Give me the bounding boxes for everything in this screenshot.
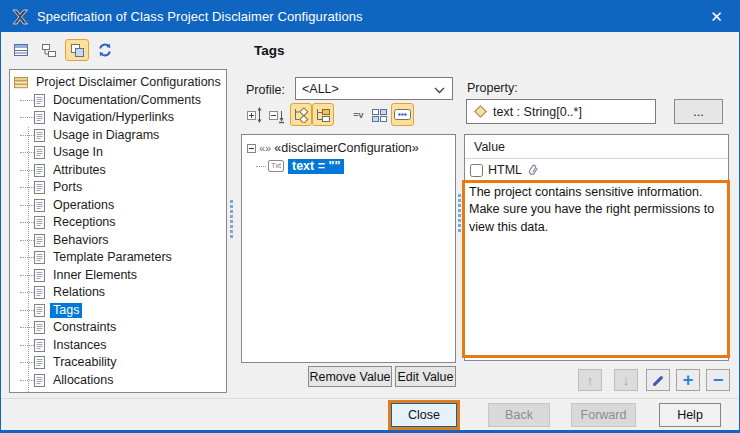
standard-mode-icon[interactable]	[65, 39, 89, 61]
html-label: HTML	[488, 163, 522, 177]
tree-item-constraints[interactable]: Constraints	[10, 319, 226, 337]
tree-item-label: Tags	[50, 303, 82, 318]
tree-item-label: Template Parameters	[50, 250, 175, 265]
containment-tree-icon[interactable]	[37, 39, 61, 61]
move-down-button: ↓	[614, 369, 638, 391]
stereotype-icon: «»	[259, 142, 271, 154]
document-icon	[34, 356, 45, 369]
arrow-up-icon: ↑	[587, 373, 594, 388]
tree-item-relations[interactable]: Relations	[10, 284, 226, 302]
minus-icon: −	[713, 373, 724, 387]
document-icon	[34, 304, 45, 317]
close-button[interactable]: Close	[391, 403, 457, 427]
tree-item-label: Constraints	[50, 320, 119, 335]
tree-item-label: Attributes	[50, 163, 109, 178]
profile-dropdown[interactable]: <ALL>	[295, 77, 453, 100]
properties-table-icon[interactable]	[9, 39, 33, 61]
tree-item-documentation-comments[interactable]: Documentation/Comments	[10, 92, 226, 110]
stereotype-node[interactable]: «» «disclaimerConfiguration»	[247, 139, 455, 157]
tree-branch-line	[20, 222, 34, 223]
help-button[interactable]: Help	[659, 403, 721, 427]
title-bar: Specification of Class Project Disclaime…	[1, 1, 739, 32]
tree-item-attributes[interactable]: Attributes	[10, 162, 226, 180]
tree-root-project-disclaimer-configurations[interactable]: Project Disclaimer Configurations	[10, 74, 226, 92]
tree-item-usage-in-diagrams[interactable]: Usage in Diagrams	[10, 127, 226, 145]
tree-item-label: Traceability	[50, 355, 119, 370]
document-icon	[34, 94, 45, 107]
group-by-profile-icon[interactable]	[312, 103, 334, 126]
tree-branch-line	[20, 257, 34, 258]
edit-value-button[interactable]: Edit Value	[395, 366, 456, 387]
tree-branch-line	[20, 100, 34, 101]
tree-item-receptions[interactable]: Receptions	[10, 214, 226, 232]
show-default-values-icon[interactable]: =v	[350, 104, 367, 126]
tree-branch-line	[20, 292, 34, 293]
document-icon	[34, 286, 45, 299]
tree-item-operations[interactable]: Operations	[10, 197, 226, 215]
document-icon	[34, 199, 45, 212]
tree-item-inner-elements[interactable]: Inner Elements	[10, 267, 226, 285]
remove-value-button[interactable]: Remove Value	[308, 366, 392, 387]
arrow-down-icon: ↓	[623, 373, 630, 388]
document-icon	[34, 129, 45, 142]
collapse-nodes-icon[interactable]	[267, 104, 286, 126]
tree-branch-line	[20, 240, 34, 241]
tree-root-label: Project Disclaimer Configurations	[33, 75, 224, 90]
expand-nodes-icon[interactable]	[245, 104, 264, 126]
tree-item-label: Documentation/Comments	[50, 93, 204, 108]
page-title: Tags	[254, 43, 285, 58]
tree-branch-line	[20, 327, 34, 328]
tree-item-allocations[interactable]: Allocations	[10, 372, 226, 390]
document-icon	[34, 339, 45, 352]
show-values-inline-icon[interactable]	[391, 103, 414, 126]
bottom-separator	[1, 398, 739, 399]
show-empty-tags-icon[interactable]	[369, 104, 389, 126]
dialog-content: Project Disclaimer Configurations Docume…	[1, 32, 739, 430]
document-icon	[34, 251, 45, 264]
tree-branch-line	[20, 152, 34, 153]
add-value-button[interactable]: +	[676, 369, 700, 391]
html-checkbox[interactable]	[470, 164, 483, 177]
show-inherited-tags-icon[interactable]	[290, 103, 312, 126]
tree-branch-line	[20, 117, 34, 118]
document-icon	[34, 181, 45, 194]
window-title: Specification of Class Project Disclaime…	[37, 9, 363, 24]
tag-value-text-area[interactable]: The project contains sensitive informati…	[462, 180, 730, 358]
document-icon	[34, 321, 45, 334]
tree-item-ports[interactable]: Ports	[10, 179, 226, 197]
tree-branch-line	[20, 205, 34, 206]
forward-button: Forward	[571, 403, 636, 427]
splitter-handle-left[interactable]	[229, 200, 234, 238]
left-tree-items: Documentation/CommentsNavigation/Hyperli…	[10, 92, 226, 390]
document-icon	[34, 111, 45, 124]
value-column-header: Value	[465, 135, 728, 159]
property-field[interactable]: text : String[0..*]	[466, 99, 656, 124]
window-close-icon[interactable]: ✕	[694, 1, 739, 32]
tree-item-label: Usage In	[50, 145, 106, 160]
tree-branch-line	[20, 380, 34, 381]
tree-item-label: Ports	[50, 180, 85, 195]
refresh-icon[interactable]	[93, 39, 117, 61]
remove-value-small-button[interactable]: −	[706, 369, 730, 391]
tree-item-traceability[interactable]: Traceability	[10, 354, 226, 372]
tree-item-instances[interactable]: Instances	[10, 337, 226, 355]
collapse-expander-icon[interactable]	[247, 144, 256, 153]
tree-branch-line	[20, 170, 34, 171]
document-icon	[34, 164, 45, 177]
move-up-button: ↑	[578, 369, 602, 391]
more-properties-button[interactable]: ...	[674, 99, 723, 124]
tree-item-label: Navigation/Hyperlinks	[50, 110, 177, 125]
tree-item-usage-in[interactable]: Usage In	[10, 144, 226, 162]
property-value: text : String[0..*]	[493, 105, 582, 119]
profile-selected-value: <ALL>	[302, 82, 339, 96]
text-tag-icon: Txt	[268, 160, 284, 172]
tag-value-node[interactable]: Txt text = ""	[247, 157, 455, 175]
edit-button[interactable]	[646, 369, 670, 391]
tree-item-label: Usage in Diagrams	[50, 128, 162, 143]
tree-item-template-parameters[interactable]: Template Parameters	[10, 249, 226, 267]
tree-item-navigation-hyperlinks[interactable]: Navigation/Hyperlinks	[10, 109, 226, 127]
tag-value-selected: text = ""	[288, 159, 344, 174]
document-icon	[34, 216, 45, 229]
tree-item-tags[interactable]: Tags	[10, 302, 226, 320]
tree-item-behaviors[interactable]: Behaviors	[10, 232, 226, 250]
